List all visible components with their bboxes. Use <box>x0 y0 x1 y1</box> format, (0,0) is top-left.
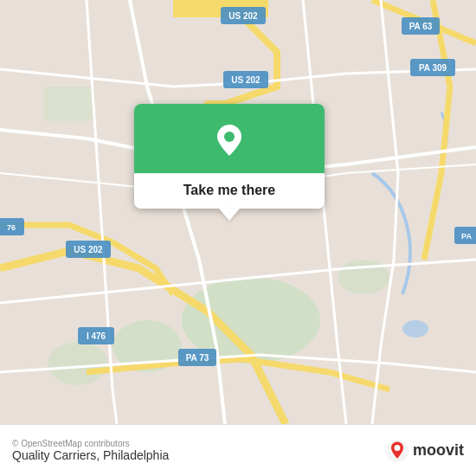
svg-text:PA 63: PA 63 <box>409 22 433 31</box>
take-me-there-button[interactable]: Take me there <box>134 173 325 209</box>
moovit-icon <box>385 439 409 463</box>
svg-text:I 476: I 476 <box>87 331 106 341</box>
svg-rect-5 <box>43 87 95 121</box>
moovit-text: moovit <box>413 441 464 460</box>
svg-text:PA 73: PA 73 <box>186 353 209 363</box>
bottom-left: © OpenStreetMap contributors Quality Car… <box>12 439 169 462</box>
location-text: Quality Carriers, Philadelphia <box>12 448 169 462</box>
svg-text:76: 76 <box>7 223 16 232</box>
svg-point-6 <box>402 320 428 338</box>
svg-point-4 <box>48 342 108 385</box>
svg-text:US 202: US 202 <box>231 75 261 85</box>
location-pin-icon <box>210 121 248 159</box>
moovit-logo[interactable]: moovit <box>385 439 464 463</box>
svg-text:US 202: US 202 <box>74 245 103 254</box>
svg-text:PA: PA <box>461 232 472 241</box>
svg-point-26 <box>224 132 235 142</box>
copyright-text: © OpenStreetMap contributors <box>12 439 169 448</box>
svg-text:PA 309: PA 309 <box>419 63 447 73</box>
svg-point-28 <box>394 445 400 451</box>
map-container[interactable]: US 202 PA 63 PA 309 US 202 76 US 202 PA … <box>0 0 476 424</box>
svg-text:US 202: US 202 <box>228 11 258 21</box>
popup-card[interactable]: Take me there <box>134 104 325 209</box>
popup-green-area <box>134 104 325 173</box>
bottom-bar: © OpenStreetMap contributors Quality Car… <box>0 424 476 476</box>
